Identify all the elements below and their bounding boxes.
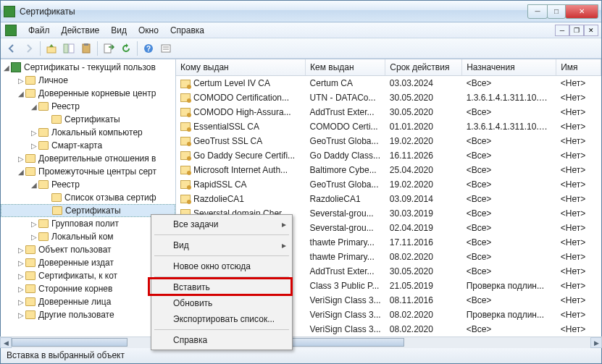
help-button[interactable]: ?: [141, 41, 156, 56]
up-button[interactable]: [43, 41, 59, 56]
tree-item[interactable]: ▷Локальный компьютер: [1, 126, 175, 139]
context-menu-item[interactable]: Обновить: [153, 295, 290, 311]
expander-icon[interactable]: ▷: [17, 77, 25, 85]
table-cell: VeriSign Class 3...: [306, 293, 385, 308]
table-cell: Проверка подлин...: [462, 308, 556, 322]
expander-icon[interactable]: ▷: [17, 259, 25, 267]
expander-icon[interactable]: ▷: [17, 285, 25, 293]
tree-item-label: Доверенные корневые центр: [38, 88, 156, 98]
expander-icon[interactable]: ▷: [17, 298, 25, 306]
scroll-thumb[interactable]: [12, 338, 127, 347]
close-button[interactable]: ✕: [565, 4, 598, 19]
back-button[interactable]: [4, 41, 20, 56]
context-menu-item[interactable]: Вид: [153, 237, 290, 253]
table-cell: 01.01.2020: [385, 119, 462, 134]
tree-item[interactable]: ▷Сторонние корнев: [1, 282, 175, 295]
menu-справка[interactable]: Справка: [164, 24, 210, 37]
expander-icon[interactable]: ◢: [17, 90, 25, 98]
folder-icon: [51, 115, 62, 124]
tree-item[interactable]: ▷Доверительные отношения в: [1, 152, 175, 165]
expander-icon[interactable]: ▷: [17, 155, 25, 163]
table-cell: <Нет>: [556, 163, 601, 177]
expander-icon[interactable]: ▷: [30, 129, 38, 137]
context-menu-item[interactable]: Все задачи: [153, 216, 290, 232]
table-row[interactable]: GeoTrust SSL CAGeoTrust Globa...19.02.20…: [176, 134, 601, 148]
mdi-restore-button[interactable]: ❐: [569, 25, 584, 36]
menu-файл[interactable]: Файл: [22, 24, 56, 37]
column-header[interactable]: Кем выдан: [306, 59, 385, 76]
table-cell: 30.03.2019: [385, 206, 462, 221]
table-row[interactable]: Microsoft Internet Auth...Baltimore Cybe…: [176, 163, 601, 177]
paste-button[interactable]: [78, 41, 94, 56]
tree-item[interactable]: ▷Доверенные лица: [1, 295, 175, 308]
mdi-close-button[interactable]: ✕: [584, 25, 598, 36]
expander-icon[interactable]: ◢: [30, 181, 38, 189]
forward-button[interactable]: [21, 41, 37, 56]
tree-item[interactable]: ▷Объект пользоват: [1, 243, 175, 256]
scroll-left-icon[interactable]: ◀: [0, 337, 12, 348]
minimize-button[interactable]: ─: [527, 4, 548, 19]
certificate-icon: [180, 166, 191, 174]
tree-item[interactable]: ▷Смарт-карта: [1, 139, 175, 152]
export-button[interactable]: [101, 41, 117, 56]
context-menu-item[interactable]: Справка: [153, 332, 290, 348]
tree-root[interactable]: ◢ Сертификаты - текущий пользов: [1, 61, 175, 74]
expander-icon[interactable]: ▷: [17, 272, 25, 280]
column-headers[interactable]: Кому выданКем выданСрок действияНазначен…: [176, 59, 601, 76]
tree-item[interactable]: ▷Доверенные издат: [1, 256, 175, 269]
menu-окно[interactable]: Окно: [133, 24, 164, 37]
expander-icon[interactable]: ▷: [30, 220, 38, 228]
table-row[interactable]: RapidSSL CAGeoTrust Globa...19.02.2020<В…: [176, 177, 601, 192]
menu-действие[interactable]: Действие: [56, 24, 106, 37]
table-cell: <Все>: [462, 264, 556, 279]
context-menu-item[interactable]: Вставить: [153, 279, 290, 295]
expander-icon[interactable]: ◢: [30, 103, 38, 111]
table-cell: <Нет>: [556, 235, 601, 250]
tree-item[interactable]: ◢Промежуточные центры серт: [1, 165, 175, 178]
column-header[interactable]: Кому выдан: [176, 59, 306, 76]
table-row[interactable]: RazdolieCA1RazdolieCA103.09.2014<Все><Не…: [176, 192, 601, 206]
scroll-right-icon[interactable]: ▶: [590, 337, 602, 348]
tree-item[interactable]: Список отзыва сертиф: [1, 191, 175, 204]
titlebar[interactable]: Сертификаты ─ □ ✕: [1, 1, 601, 22]
tree-item[interactable]: ▷Личное: [1, 74, 175, 87]
table-cell: <Нет>: [556, 90, 601, 105]
tree-item[interactable]: ▷Другие пользовате: [1, 308, 175, 321]
tree-pane[interactable]: ◢ Сертификаты - текущий пользов ▷Личное◢…: [1, 59, 176, 347]
maximize-button[interactable]: □: [547, 4, 566, 19]
context-menu[interactable]: Все задачиВидНовое окно отсюдаВставитьОб…: [151, 214, 293, 350]
tree-item[interactable]: Сертификаты: [1, 113, 175, 126]
table-row[interactable]: COMODO High-Assura...AddTrust Exter...30…: [176, 105, 601, 119]
table-row[interactable]: EssentialSSL CACOMODO Certi...01.01.2020…: [176, 119, 601, 134]
context-menu-item[interactable]: Новое окно отсюда: [153, 258, 290, 274]
table-row[interactable]: Go Daddy Secure Certifi...Go Daddy Class…: [176, 148, 601, 163]
context-menu-item[interactable]: Экспортировать список...: [153, 311, 290, 327]
column-header[interactable]: Срок действия: [385, 59, 462, 76]
svg-rect-5: [104, 44, 111, 53]
tree-item[interactable]: Сертификаты: [1, 204, 175, 217]
options-button[interactable]: [158, 41, 174, 56]
show-tree-button[interactable]: [61, 41, 77, 56]
tree-item[interactable]: ▷Локальный ком: [1, 230, 175, 243]
tree-hscrollbar[interactable]: ◀ ▶: [0, 337, 175, 348]
expander-icon[interactable]: ▷: [17, 246, 25, 254]
expander-icon[interactable]: ▷: [30, 142, 38, 150]
mdi-minimize-button[interactable]: ─: [555, 25, 569, 36]
table-row[interactable]: COMODO Certification...UTN - DATACo...30…: [176, 90, 601, 105]
table-cell: <Нет>: [556, 293, 601, 308]
expander-icon[interactable]: ◢: [2, 64, 11, 72]
refresh-button[interactable]: [118, 41, 134, 56]
tree-item[interactable]: ▷Групповая полит: [1, 217, 175, 230]
expander-icon[interactable]: ▷: [17, 311, 25, 319]
table-cell: 1.3.6.1.4.1.311.10.3....: [462, 119, 556, 134]
tree-item[interactable]: ▷Сертификаты, к кот: [1, 269, 175, 282]
tree-item[interactable]: ◢Реестр: [1, 178, 175, 191]
expander-icon[interactable]: ◢: [17, 168, 25, 176]
table-row[interactable]: Certum Level IV CACertum CA03.03.2024<Вс…: [176, 76, 601, 90]
menu-вид[interactable]: Вид: [105, 24, 133, 37]
column-header[interactable]: Назначения: [462, 59, 556, 76]
tree-item[interactable]: ◢Доверенные корневые центр: [1, 87, 175, 100]
column-header[interactable]: Имя: [556, 59, 601, 76]
expander-icon[interactable]: ▷: [30, 233, 38, 241]
tree-item[interactable]: ◢Реестр: [1, 100, 175, 113]
